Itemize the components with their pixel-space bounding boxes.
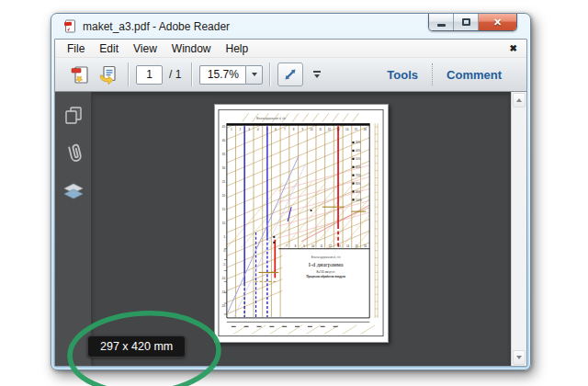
email-icon <box>97 64 119 85</box>
diagram-caption: Процессы обработки воздуха <box>306 275 345 278</box>
vertical-scrollbar[interactable] <box>511 92 526 366</box>
layers-button[interactable] <box>62 180 85 204</box>
humidity-legend-label: 40% <box>356 149 361 153</box>
toolbar: / 1 15.7% Tools <box>55 58 526 92</box>
mid-axis-tick: 15 <box>355 244 358 248</box>
maximize-button[interactable] <box>454 14 479 30</box>
humidity-legend-label: 50% <box>356 157 361 161</box>
page-size-tooltip: 297 x 420 mm <box>87 335 186 358</box>
menu-close-icon[interactable]: ✖ <box>510 44 517 53</box>
menu-item-file[interactable]: File <box>60 40 92 57</box>
window-chrome: FileEditViewWindowHelp✖ <box>54 39 527 367</box>
top-axis-tick: 7 <box>284 128 286 131</box>
left-axis-tick: 15 <box>222 208 226 211</box>
scroll-down-button[interactable] <box>513 350 526 365</box>
mid-axis-tick: 10 <box>311 244 315 248</box>
top-axis-tick: 8 <box>293 128 295 131</box>
page-thumbnails-icon <box>63 105 84 125</box>
paperclip-icon <box>62 142 85 165</box>
zoom-dropdown-button[interactable] <box>245 65 263 85</box>
mid-axis-tick: 14 <box>346 244 350 248</box>
toolbar-separator <box>128 62 130 86</box>
top-axis-tick: 15 <box>355 128 358 131</box>
top-axis-tick: 14 <box>345 128 349 131</box>
mid-axis-tick: 16 <box>364 244 368 248</box>
arrow-up-icon <box>516 98 522 102</box>
left-axis-tick: -10 <box>221 277 226 280</box>
top-axis-tick: 3 <box>248 128 250 131</box>
menu-item-edit[interactable]: Edit <box>92 40 126 57</box>
email-button[interactable] <box>94 62 121 87</box>
id-diagram-svg: 1234567891011121314151645403530252015105… <box>215 105 388 342</box>
menu-item-help[interactable]: Help <box>219 40 256 57</box>
fit-to-window-button[interactable] <box>277 62 303 86</box>
top-axis-tick: 4 <box>257 128 259 131</box>
top-axis-tick: 6 <box>275 128 277 131</box>
mid-axis-tick: 7 <box>286 244 288 248</box>
top-axis-tick: 12 <box>328 128 332 131</box>
scroll-up-button[interactable] <box>513 93 526 108</box>
left-axis-tick: -15 <box>221 290 226 294</box>
top-axis-tick: 10 <box>310 128 313 131</box>
layers-icon <box>62 182 85 202</box>
pdf-page: 1234567891011121314151645403530252015105… <box>214 104 389 343</box>
document-canvas: 1234567891011121314151645403530252015105… <box>92 92 511 366</box>
diagram-box-subtitle: Влагосодержание d, г/кг <box>311 255 341 259</box>
minimize-icon <box>437 24 446 27</box>
page-count-label: / 1 <box>169 68 181 81</box>
zoom-level-input[interactable]: 15.7% <box>199 65 245 85</box>
top-axis-tick: 13 <box>336 128 340 131</box>
left-axis-tick: 10 <box>222 221 226 225</box>
humidity-legend-label: 100% <box>356 199 362 202</box>
close-button[interactable]: ✕ <box>479 14 516 30</box>
left-axis-tick: 30 <box>222 166 226 170</box>
toolbar-overflow-button[interactable] <box>309 62 325 86</box>
chevron-down-icon <box>252 73 257 76</box>
mid-axis-tick: 8 <box>295 244 297 248</box>
overflow-icon <box>313 71 321 73</box>
top-axis-tick: 1 <box>231 128 232 131</box>
arrow-down-icon <box>516 356 522 359</box>
toolbar-separator <box>191 62 193 86</box>
attachments-button[interactable] <box>62 142 85 165</box>
left-axis-tick: 0 <box>223 249 225 253</box>
diagram-title: I-d диаграмма <box>309 261 344 267</box>
top-axis-tick: 11 <box>319 128 322 131</box>
left-axis-tick: -5 <box>222 263 225 267</box>
diagram-top-axis-label: Влагосодержание d, г/кг <box>256 117 286 120</box>
left-axis-tick: 20 <box>222 194 226 198</box>
close-icon: ✕ <box>493 17 502 28</box>
create-pdf-icon <box>70 64 91 85</box>
left-axis-tick: 35 <box>222 153 226 156</box>
mid-axis-tick: 13 <box>337 244 341 248</box>
resize-arrows-icon <box>282 66 299 83</box>
diagram-pressure-note: В=745 мм рт.ст. <box>317 270 336 274</box>
menu-item-window[interactable]: Window <box>164 40 219 57</box>
humidity-legend-label: 70% <box>356 174 361 177</box>
left-axis-tick: 25 <box>222 180 226 184</box>
tools-button[interactable]: Tools <box>373 62 432 87</box>
menu-item-view[interactable]: View <box>126 40 164 57</box>
adobe-reader-window: maket_a3.pdf - Adobe Reader ✕ FileEditVi… <box>51 13 531 370</box>
content-area: 1234567891011121314151645403530252015105… <box>55 92 526 366</box>
mid-axis-tick: 12 <box>329 244 333 248</box>
window-title: maket_a3.pdf - Adobe Reader <box>83 20 230 33</box>
humidity-legend-label: 90% <box>356 190 361 194</box>
page-thumbnails-button[interactable] <box>62 103 85 127</box>
chevron-down-icon <box>314 74 320 78</box>
humidity-legend-label: 60% <box>356 165 361 169</box>
top-axis-tick: 16 <box>364 128 368 131</box>
page-number-input[interactable] <box>136 65 163 85</box>
left-axis-tick: 5 <box>223 235 225 239</box>
left-axis-tick: -20 <box>221 304 226 308</box>
left-axis-tick: 45 <box>222 125 226 129</box>
maximize-icon <box>462 18 470 26</box>
comment-button[interactable]: Comment <box>433 62 515 87</box>
minimize-button[interactable] <box>429 14 454 30</box>
caption-buttons: ✕ <box>428 14 517 31</box>
screenshot-stage: maket_a3.pdf - Adobe Reader ✕ FileEditVi… <box>0 0 588 386</box>
toolbar-separator <box>269 62 271 86</box>
create-pdf-button[interactable] <box>66 62 94 87</box>
humidity-legend-label: 30% <box>356 141 361 144</box>
menu-bar: FileEditViewWindowHelp✖ <box>55 40 526 58</box>
